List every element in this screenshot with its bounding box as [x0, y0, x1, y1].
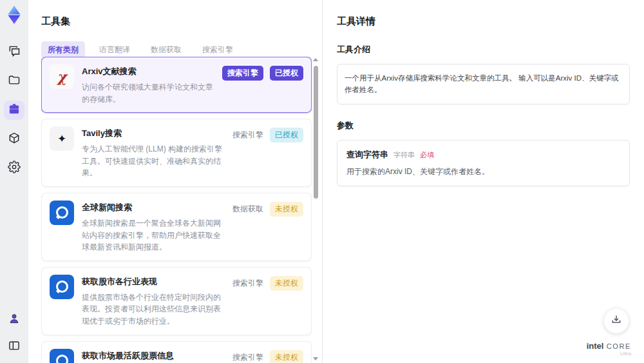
- params-list: 查询字符串 字符串 必填 用于搜索的Arxiv ID、关键字或作者姓名。: [337, 140, 630, 186]
- tool-description: 专为人工智能代理 (LLM) 构建的搜索引擎工具。可快速提供实时、准确和真实的结…: [82, 143, 225, 179]
- chat-icon: [8, 44, 21, 60]
- sidebar-item-files[interactable]: [4, 72, 24, 91]
- sidebar-item-packages[interactable]: [4, 130, 24, 149]
- sidebar-item-tools[interactable]: [4, 101, 24, 120]
- tavily-icon: [50, 126, 74, 151]
- sidebar-item-settings[interactable]: [4, 159, 24, 178]
- tool-description: 访问各个研究领域大量科学论文和文章的存储库。: [82, 81, 214, 105]
- tool-title: Arxiv文献搜索: [82, 66, 214, 77]
- qapp-icon: [50, 349, 74, 363]
- tool-category-badge: 搜索引擎: [232, 352, 263, 363]
- tool-details-panel: 工具详情 工具介绍 一个用于从Arxiv存储库搜索科学论文和文章的工具。 输入可…: [323, 0, 644, 363]
- param-required-badge: 必填: [420, 150, 434, 160]
- tool-title: 全球新闻搜索: [82, 202, 225, 213]
- tool-title: Tavily搜索: [82, 128, 225, 139]
- scrollbar-up-arrow-icon[interactable]: [313, 58, 318, 61]
- page-title: 工具集: [41, 15, 322, 28]
- toolset-panel: 工具集 所有类别语言翻译数据获取搜索引擎 Arxiv文献搜索 访问各个研究领域大…: [28, 0, 323, 363]
- scrollbar: [313, 58, 319, 360]
- user-icon: [8, 312, 21, 328]
- tool-category-badge: 搜索引擎: [232, 130, 263, 141]
- tool-title: 获取市场最活跃股票信息: [82, 350, 225, 362]
- download-icon: [611, 314, 622, 328]
- scrollbar-thumb[interactable]: [314, 66, 318, 199]
- params-heading: 参数: [337, 120, 630, 132]
- tool-auth-badge: 已授权: [270, 128, 303, 142]
- param-type: 字符串: [393, 150, 415, 160]
- brand-intel-text: intel: [587, 341, 604, 351]
- param-row: 查询字符串 字符串 必填 用于搜索的Arxiv ID、关键字或作者姓名。: [346, 149, 620, 177]
- tool-description: 提供股票市场各个行业在特定时间段内的表现。投资者可以利用这些信息来识别表现优于或…: [82, 291, 225, 328]
- cube-icon: [8, 132, 21, 147]
- tool-title: 获取股市各行业表现: [82, 276, 225, 288]
- tool-category-badge: 搜索引擎: [222, 66, 263, 81]
- param-name: 查询字符串: [346, 149, 388, 161]
- category-tab[interactable]: 语言翻译: [93, 41, 137, 59]
- tool-auth-badge: 未授权: [270, 202, 303, 217]
- app-logo-icon: [3, 4, 25, 26]
- param-description: 用于搜索的Arxiv ID、关键字或作者姓名。: [346, 166, 620, 177]
- tool-card[interactable]: Tavily搜索 专为人工智能代理 (LLM) 构建的搜索引擎工具。可快速提供实…: [41, 119, 312, 187]
- brand-sub-text: Ultra: [587, 351, 631, 357]
- scrollbar-down-arrow-icon[interactable]: [313, 357, 318, 360]
- intro-heading: 工具介绍: [337, 44, 630, 55]
- category-tab[interactable]: 数据获取: [144, 41, 188, 59]
- tool-auth-badge: 已授权: [270, 66, 303, 81]
- tool-auth-badge: 未授权: [270, 350, 303, 363]
- category-tab[interactable]: 所有类别: [41, 41, 85, 59]
- category-tabs: 所有类别语言翻译数据获取搜索引擎: [41, 41, 322, 59]
- details-title: 工具详情: [337, 15, 630, 28]
- tool-card[interactable]: 获取股市各行业表现 提供股票市场各个行业在特定时间段内的表现。投资者可以利用这些…: [41, 267, 312, 335]
- qapp-icon: [50, 201, 74, 225]
- sidebar-item-chat[interactable]: [4, 43, 24, 62]
- briefcase-icon: [8, 103, 21, 118]
- download-button[interactable]: [604, 309, 629, 333]
- sidebar-item-panel-toggle[interactable]: [4, 337, 24, 357]
- tool-card[interactable]: Arxiv文献搜索 访问各个研究领域大量科学论文和文章的存储库。 搜索引擎 已授…: [41, 57, 312, 113]
- layout-panel-icon: [8, 339, 21, 355]
- tool-category-badge: 搜索引擎: [232, 278, 263, 289]
- qapp-icon: [50, 275, 74, 299]
- tool-card[interactable]: 获取市场最活跃股票信息 提供当天交易量最高的股票列表。投资者可以利用这些信息来识…: [41, 341, 312, 363]
- brand-core-text: CORE: [607, 342, 631, 350]
- tool-description: 全球新闻搜索是一个聚合全球各大新闻网站内容的搜索引擎，帮助用户快速获取全球最新资…: [82, 217, 225, 253]
- gear-icon: [8, 161, 21, 176]
- sidebar-item-user[interactable]: [4, 310, 24, 329]
- sidebar: [0, 0, 28, 363]
- arxiv-icon: [50, 64, 74, 89]
- tool-intro-text: 一个用于从Arxiv存储库搜索科学论文和文章的工具。 输入可以是Arxiv ID…: [337, 64, 630, 104]
- folder-icon: [8, 74, 21, 89]
- tool-category-badge: 数据获取: [232, 204, 263, 215]
- intel-core-logo: intel CORE Ultra: [587, 340, 631, 357]
- category-tab[interactable]: 搜索引擎: [196, 41, 240, 59]
- tool-auth-badge: 未授权: [270, 276, 303, 291]
- tool-list: Arxiv文献搜索 访问各个研究领域大量科学论文和文章的存储库。 搜索引擎 已授…: [41, 57, 312, 363]
- tool-card[interactable]: 全球新闻搜索 全球新闻搜索是一个聚合全球各大新闻网站内容的搜索引擎，帮助用户快速…: [41, 193, 312, 261]
- app-window: 工具集 所有类别语言翻译数据获取搜索引擎 Arxiv文献搜索 访问各个研究领域大…: [0, 0, 644, 363]
